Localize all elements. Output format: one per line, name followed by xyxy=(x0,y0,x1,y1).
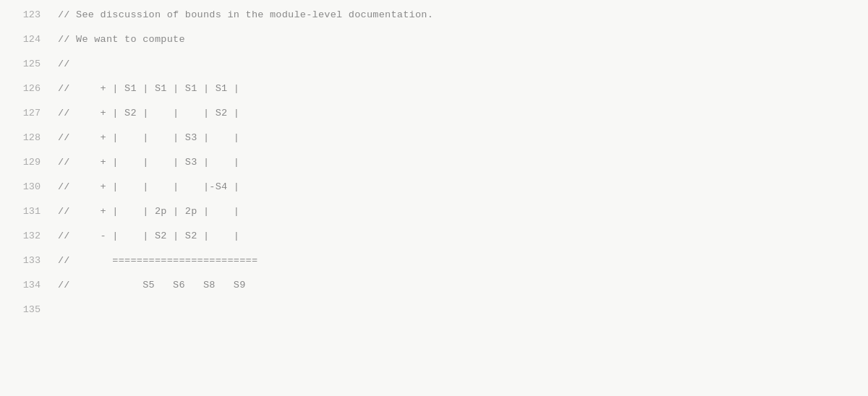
line-content: // S5 S6 S8 S9 xyxy=(58,277,246,293)
code-line: 128// + | | | S3 | | xyxy=(0,129,868,153)
code-line: 130// + | | | |-S4 | xyxy=(0,178,868,202)
line-content: // xyxy=(58,56,70,72)
line-number: 126 xyxy=(0,81,58,97)
code-viewer: 123// See discussion of bounds in the mo… xyxy=(0,0,868,396)
code-line: 126// + | S1 | S1 | S1 | S1 | xyxy=(0,79,868,104)
line-number: 130 xyxy=(0,179,58,195)
code-line: 124// We want to compute xyxy=(0,30,868,55)
line-content: // - | | S2 | S2 | | xyxy=(58,228,239,244)
line-content: // + | | | |-S4 | xyxy=(58,179,239,195)
line-number: 132 xyxy=(0,228,58,244)
line-content: // + | S2 | | | S2 | xyxy=(58,106,239,121)
line-number: 135 xyxy=(0,302,58,318)
line-number: 131 xyxy=(0,204,58,220)
code-line: 131// + | | 2p | 2p | | xyxy=(0,202,868,227)
line-content: // + | | | S3 | | xyxy=(58,155,239,171)
line-content: // + | S1 | S1 | S1 | S1 | xyxy=(58,81,239,97)
line-number: 127 xyxy=(0,106,58,121)
line-content: // + | | 2p | 2p | | xyxy=(58,204,239,220)
code-line: 134// S5 S6 S8 S9 xyxy=(0,276,868,301)
code-line: 133// ======================== xyxy=(0,251,868,276)
code-line: 123// See discussion of bounds in the mo… xyxy=(0,6,868,30)
line-number: 124 xyxy=(0,32,58,48)
line-number: 134 xyxy=(0,277,58,293)
code-line: 125// xyxy=(0,55,868,79)
line-number: 125 xyxy=(0,56,58,72)
line-content: // ======================== xyxy=(58,253,258,269)
line-number: 128 xyxy=(0,130,58,146)
code-line: 129// + | | | S3 | | xyxy=(0,153,868,178)
line-number: 129 xyxy=(0,155,58,171)
line-content: // See discussion of bounds in the modul… xyxy=(58,7,433,23)
line-content: // + | | | S3 | | xyxy=(58,130,239,146)
code-line: 132// - | | S2 | S2 | | xyxy=(0,227,868,251)
line-content: // We want to compute xyxy=(58,32,185,48)
code-line: 135 xyxy=(0,301,868,325)
line-number: 133 xyxy=(0,253,58,269)
code-line: 127// + | S2 | | | S2 | xyxy=(0,104,868,129)
line-number: 123 xyxy=(0,7,58,23)
